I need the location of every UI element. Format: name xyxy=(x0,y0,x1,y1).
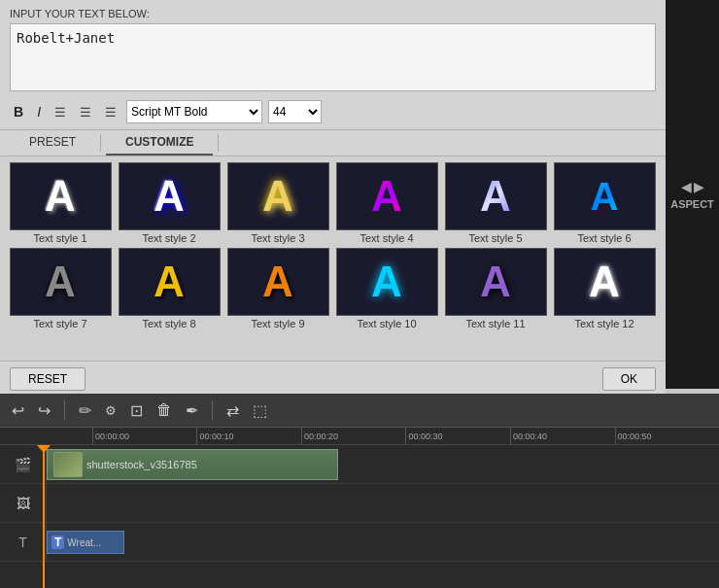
toolbar-separator-2 xyxy=(212,400,213,420)
undo-button[interactable]: ↩ xyxy=(8,399,28,422)
video-clip[interactable]: shutterstock_v3516785 xyxy=(47,449,338,480)
style-preview-letter: A xyxy=(45,175,76,218)
pencil-button[interactable]: ✏ xyxy=(75,399,95,422)
video-track-content[interactable]: shutterstock_v3516785 xyxy=(47,445,719,483)
aspect-right-button[interactable]: ▶ xyxy=(694,179,704,194)
text-track-icon: T xyxy=(0,523,47,561)
list-item[interactable]: A Text style 4 xyxy=(334,162,439,244)
style-thumb-6: A xyxy=(554,162,656,230)
tabs-bar: PRESET CUSTOMIZE xyxy=(0,130,666,156)
split-button[interactable]: ⚙ xyxy=(101,401,120,420)
input-label: INPUT YOUR TEXT BELOW: xyxy=(10,8,656,19)
font-size-select[interactable]: 24 32 36 44 48 60 72 xyxy=(268,100,322,123)
image-track-icon: 🖼 xyxy=(0,484,47,522)
text-editor-panel: INPUT YOUR TEXT BELOW: Robelt+Janet B I … xyxy=(0,0,666,130)
tab-divider xyxy=(100,134,101,152)
style-label-4: Text style 4 xyxy=(360,232,413,244)
text-track-content[interactable]: T Wreat... xyxy=(47,523,719,561)
image-icon: 🖼 xyxy=(17,496,30,511)
text-icon: T xyxy=(18,535,27,550)
effects-button[interactable]: ⬚ xyxy=(249,399,271,422)
ok-button[interactable]: OK xyxy=(602,367,656,391)
styles-grid: A Text style 1 A Text style 2 A Text sty… xyxy=(8,162,658,329)
align-left-button[interactable]: ☰ xyxy=(51,103,70,121)
redo-button[interactable]: ↪ xyxy=(34,399,54,422)
style-label-9: Text style 9 xyxy=(251,318,304,329)
style-thumb-7: A xyxy=(10,248,112,316)
formatting-toolbar: B I ☰ ☰ ☰ Script MT Bold Arial Times New… xyxy=(10,100,656,123)
aspect-left-button[interactable]: ◀ xyxy=(681,179,692,194)
clip-thumbnail-inner xyxy=(54,453,82,476)
style-thumb-3: A xyxy=(227,162,329,230)
style-label-6: Text style 6 xyxy=(577,232,631,244)
clip-name: shutterstock_v3516785 xyxy=(86,459,197,470)
crop-button[interactable]: ⊡ xyxy=(126,399,147,422)
timeline-tracks: 🎬 shutterstock_v3516785 🖼 xyxy=(0,445,719,588)
timeline-ruler: 00:00:00 00:00:10 00:00:20 00:00:30 00:0… xyxy=(0,428,719,445)
list-item[interactable]: A Text style 9 xyxy=(225,248,330,329)
bold-button[interactable]: B xyxy=(10,102,27,121)
style-preview-letter: A xyxy=(371,175,402,218)
list-item[interactable]: A Text style 8 xyxy=(117,248,222,329)
style-preview-letter: A xyxy=(589,260,620,303)
style-thumb-1: A xyxy=(10,162,112,230)
list-item[interactable]: A Text style 7 xyxy=(8,248,113,329)
ruler-marks: 00:00:00 00:00:10 00:00:20 00:00:30 00:0… xyxy=(44,428,719,445)
list-item[interactable]: A Text style 10 xyxy=(334,248,439,329)
list-item[interactable]: A Text style 11 xyxy=(443,248,548,329)
text-track: T T Wreat... xyxy=(0,523,719,562)
image-track: 🖼 xyxy=(0,484,719,523)
style-thumb-8: A xyxy=(119,248,221,316)
ruler-mark: 00:00:20 xyxy=(301,428,406,445)
style-thumb-10: A xyxy=(336,248,438,316)
speed-button[interactable]: ⇄ xyxy=(223,399,243,422)
toolbar-separator-1 xyxy=(64,400,65,420)
text-input[interactable]: Robelt+Janet xyxy=(10,23,656,91)
style-label-12: Text style 12 xyxy=(574,318,633,329)
style-thumb-2: A xyxy=(119,162,221,230)
style-label-5: Text style 5 xyxy=(468,232,522,244)
style-label-11: Text style 11 xyxy=(465,318,525,329)
video-track-icon: 🎬 xyxy=(0,445,47,483)
delete-button[interactable]: 🗑 xyxy=(153,399,176,421)
list-item[interactable]: A Text style 5 xyxy=(443,162,548,244)
image-track-content[interactable] xyxy=(47,484,719,522)
style-label-3: Text style 3 xyxy=(251,232,304,244)
video-track: 🎬 shutterstock_v3516785 xyxy=(0,445,719,484)
font-select[interactable]: Script MT Bold Arial Times New Roman xyxy=(126,100,262,123)
list-item[interactable]: A Text style 12 xyxy=(552,248,657,329)
style-thumb-9: A xyxy=(227,248,329,316)
playhead[interactable] xyxy=(43,445,45,588)
align-right-button[interactable]: ☰ xyxy=(101,103,120,121)
text-clip-icon: T xyxy=(51,536,64,549)
style-preview-letter: A xyxy=(262,175,293,218)
style-label-8: Text style 8 xyxy=(142,318,195,329)
text-clip[interactable]: T Wreat... xyxy=(47,531,124,554)
style-preview-letter: A xyxy=(591,177,619,216)
style-label-2: Text style 2 xyxy=(142,232,195,244)
style-label-7: Text style 7 xyxy=(33,318,86,329)
styles-grid-container: A Text style 1 A Text style 2 A Text sty… xyxy=(0,156,666,361)
list-item[interactable]: A Text style 2 xyxy=(117,162,222,244)
style-preview-letter: A xyxy=(262,260,293,303)
align-center-button[interactable]: ☰ xyxy=(76,103,95,121)
ruler-mark: 00:00:40 xyxy=(510,428,615,445)
timeline-toolbar: ↩ ↪ ✏ ⚙ ⊡ 🗑 ✒ ⇄ ⬚ xyxy=(0,394,719,428)
italic-button[interactable]: I xyxy=(33,102,45,121)
clip-thumbnail xyxy=(53,452,83,477)
ruler-mark: 00:00:50 xyxy=(615,428,719,445)
list-item[interactable]: A Text style 1 xyxy=(8,162,113,244)
style-label-10: Text style 10 xyxy=(357,318,416,329)
tab-customize[interactable]: CUSTOMIZE xyxy=(106,130,213,156)
style-preview-letter: A xyxy=(45,260,76,303)
ruler-mark: 00:00:30 xyxy=(405,428,510,445)
style-preview-letter: A xyxy=(371,260,402,303)
color-button[interactable]: ✒ xyxy=(182,399,202,422)
style-preview-letter: A xyxy=(154,260,185,303)
style-preview-letter: A xyxy=(480,260,511,303)
tab-preset[interactable]: PRESET xyxy=(10,130,95,156)
list-item[interactable]: A Text style 3 xyxy=(225,162,330,244)
list-item[interactable]: A Text style 6 xyxy=(552,162,657,244)
aspect-label: ASPECT xyxy=(670,198,714,210)
reset-button[interactable]: RESET xyxy=(10,367,86,391)
